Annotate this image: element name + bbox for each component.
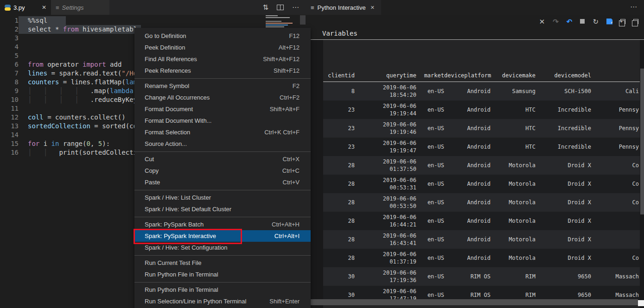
minimap-line bbox=[266, 21, 281, 22]
token: │ │ bbox=[28, 149, 59, 156]
token: , bbox=[90, 140, 98, 147]
menu-item-shortcut: Ctrl+Alt+I bbox=[274, 233, 300, 239]
line-number: 15 bbox=[0, 139, 19, 148]
cell-state bbox=[591, 230, 639, 249]
table-row[interactable]: 232019-06-0619:19:47en-USAndroidHTCIncre… bbox=[323, 138, 640, 156]
menu-item-label: Format Document With... bbox=[145, 117, 211, 124]
copy-icon[interactable] bbox=[633, 19, 638, 24]
undo-icon[interactable]: ↶ bbox=[567, 18, 573, 25]
table-row[interactable]: 282019-06-0601:37:50en-USAndroidMotorola… bbox=[323, 156, 640, 175]
menu-item-shortcut: Ctrl+Alt+H bbox=[272, 221, 300, 228]
cell-devicemodel: Droid X bbox=[536, 175, 591, 193]
tab-3py[interactable]: 3.py ✕ bbox=[0, 0, 51, 15]
table-row[interactable]: 282019-06-0601:37:19en-USAndroidMotorola… bbox=[323, 249, 640, 267]
cell-state: Pennsy bbox=[591, 101, 639, 119]
variables-header[interactable]: Variables bbox=[306, 28, 644, 37]
cell-state: Co bbox=[591, 249, 639, 267]
restart-kernel-icon[interactable]: ↻ bbox=[593, 18, 599, 25]
column-header-market: market bbox=[416, 72, 444, 79]
table-row[interactable]: 232019-06-0619:19:46en-USAndroidHTCIncre… bbox=[323, 119, 640, 138]
menu-item-run-current-test-file[interactable]: Run Current Test File bbox=[134, 257, 311, 269]
menu-item-spark-hive-list-cluster[interactable]: Spark / Hive: List Cluster bbox=[134, 192, 311, 203]
menu-item-source-action[interactable]: Source Action... bbox=[134, 138, 311, 150]
menu-item-label: Paste bbox=[145, 179, 160, 186]
more-actions-icon[interactable]: ⋯ bbox=[292, 3, 300, 12]
tab-settings[interactable]: ≡ Settings bbox=[51, 0, 109, 15]
menu-item-go-to-definition[interactable]: Go to DefinitionF12 bbox=[134, 30, 311, 42]
menu-item-copy[interactable]: CopyCtrl+C bbox=[134, 165, 311, 176]
menu-item-format-selection[interactable]: Format SelectionCtrl+K Ctrl+F bbox=[134, 126, 311, 138]
horizontal-scrollbar[interactable] bbox=[310, 299, 638, 305]
cell-clientid: 28 bbox=[323, 193, 355, 212]
menu-item-label: Peek References bbox=[145, 67, 191, 74]
code-line[interactable]: 1%%sql bbox=[0, 16, 306, 25]
cell-clientid: 28 bbox=[323, 230, 355, 249]
close-icon[interactable]: ✕ bbox=[539, 18, 545, 25]
save-icon[interactable] bbox=[606, 19, 612, 25]
menu-item-find-all-references[interactable]: Find All ReferencesShift+Alt+F12 bbox=[134, 53, 311, 65]
menu-item-spark-hive-set-configuration[interactable]: Spark / Hive: Set Configuration bbox=[134, 242, 311, 253]
token: import bbox=[83, 61, 106, 68]
line-number: 2 bbox=[0, 25, 19, 34]
export-notebook-icon[interactable] bbox=[620, 19, 625, 24]
code-text: │ │ │ │ .map(lambda x: bbox=[19, 87, 145, 95]
menu-item-run-python-file-in-terminal[interactable]: Run Python File in Terminal bbox=[134, 284, 311, 295]
menu-item-cut[interactable]: CutCtrl+X bbox=[134, 153, 311, 165]
token: 0 bbox=[86, 140, 90, 147]
cell-deviceplatform: Android bbox=[444, 212, 491, 230]
cell-market: en-US bbox=[416, 156, 444, 175]
close-icon[interactable]: ✕ bbox=[370, 5, 375, 11]
menu-item-run-selection-line-in-python-terminal[interactable]: Run Selection/Line in Python TerminalShi… bbox=[134, 295, 311, 307]
cell-devicemake: HTC bbox=[491, 101, 536, 119]
cell-market: en-US bbox=[416, 212, 444, 230]
menu-item-peek-definition[interactable]: Peek DefinitionAlt+F12 bbox=[134, 42, 311, 53]
table-row[interactable]: 232019-06-0619:19:44en-USAndroidHTCIncre… bbox=[323, 101, 640, 119]
menu-item-paste[interactable]: PasteCtrl+V bbox=[134, 176, 311, 188]
menu-item-spark-hive-set-default-cluster[interactable]: Spark / Hive: Set Default Cluster bbox=[134, 203, 311, 215]
vertical-scrollbar[interactable] bbox=[640, 69, 644, 214]
cell-state: Pennsy bbox=[591, 119, 639, 138]
cell-market: en-US bbox=[416, 101, 444, 119]
close-icon[interactable]: ✕ bbox=[42, 4, 46, 11]
redo-icon[interactable]: ↷ bbox=[553, 18, 559, 25]
cell-clientid: 28 bbox=[323, 212, 355, 230]
cell-devicemake: HTC bbox=[491, 119, 536, 138]
cell-querytime: 2019-06-0601:37:50 bbox=[355, 156, 416, 175]
menu-item-spark-pyspark-interactive[interactable]: Spark: PySpark InteractiveCtrl+Alt+I bbox=[134, 230, 311, 242]
table-row[interactable]: 82019-06-0618:54:20en-USAndroidSamsungSC… bbox=[323, 82, 640, 101]
table-row[interactable]: 282019-06-0600:53:31en-USAndroidMotorola… bbox=[323, 175, 640, 193]
editor-scrollbar[interactable] bbox=[300, 15, 306, 25]
table-row[interactable]: 282019-06-0616:44:21en-USAndroidMotorola… bbox=[323, 212, 640, 230]
menu-item-run-python-file-in-terminal[interactable]: Run Python File in Terminal bbox=[134, 269, 311, 280]
cell-devicemake: Motorola bbox=[491, 193, 536, 212]
cell-querytime: 2019-06-0601:37:19 bbox=[355, 249, 416, 267]
menu-item-format-document-with[interactable]: Format Document With... bbox=[134, 115, 311, 126]
table-row[interactable]: 302019-06-0617:19:36en-USRIM OSRIM9650Ma… bbox=[323, 267, 640, 286]
menu-item-spark-pyspark-batch[interactable]: Spark: PySpark BatchCtrl+Alt+H bbox=[134, 219, 311, 230]
token: = spark.read.text( bbox=[47, 69, 121, 77]
tab-label: 3.py bbox=[13, 4, 25, 11]
cell-state: Massach bbox=[591, 267, 639, 286]
line-number: 3 bbox=[0, 34, 19, 43]
more-actions-icon[interactable]: ⋯ bbox=[630, 0, 644, 15]
cell-deviceplatform: Android bbox=[444, 138, 491, 156]
minimap[interactable] bbox=[266, 15, 299, 28]
column-header-devicemodel: devicemodel bbox=[536, 72, 591, 79]
table-row[interactable]: 282019-06-0616:43:41en-USAndroidMotorola… bbox=[323, 230, 640, 249]
token: i bbox=[39, 140, 51, 147]
interrupt-icon[interactable] bbox=[580, 19, 585, 24]
menu-item-peek-references[interactable]: Peek ReferencesShift+F12 bbox=[134, 65, 311, 76]
menu-item-shortcut: Ctrl+K Ctrl+F bbox=[264, 129, 300, 136]
menu-item-rename-symbol[interactable]: Rename SymbolF2 bbox=[134, 80, 311, 92]
table-row[interactable]: 282019-06-0600:53:50en-USAndroidMotorola… bbox=[323, 193, 640, 212]
tab-python-interactive[interactable]: ≡ Python Interactive ✕ bbox=[306, 0, 381, 15]
menu-item-change-all-occurrences[interactable]: Change All OccurrencesCtrl+F2 bbox=[134, 92, 311, 103]
code-text: │ │ print(sortedCollection[ bbox=[19, 148, 149, 157]
minimap-line bbox=[266, 23, 293, 24]
sync-changes-icon[interactable]: ⇅ bbox=[262, 3, 268, 12]
split-editor-icon[interactable] bbox=[277, 5, 284, 10]
line-number: 5 bbox=[0, 51, 19, 60]
menu-item-format-document[interactable]: Format DocumentShift+Alt+F bbox=[134, 103, 311, 115]
cell-deviceplatform: Android bbox=[444, 230, 491, 249]
python-icon bbox=[5, 5, 11, 11]
